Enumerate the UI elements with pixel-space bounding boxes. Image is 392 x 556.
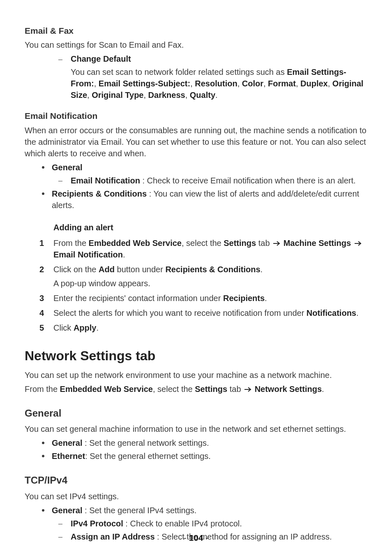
paragraph-network-intro2: From the Embedded Web Service, select th… (25, 383, 367, 395)
dash-item-change-default: Change Default (58, 53, 367, 65)
dash-item-email-notification: Email Notification : Check to receive Em… (58, 175, 367, 186)
step-4: 4 Select the alerts for which you want t… (39, 307, 367, 319)
heading-network-settings-tab: Network Settings tab (25, 347, 367, 365)
paragraph-tcpip-intro: You can set IPv4 settings. (25, 491, 367, 502)
step-2-sub: A pop-up window appears. (53, 278, 367, 289)
label-ipv4-general: General (52, 506, 82, 515)
text-general-net-desc: : Set the general network settings. (82, 438, 209, 447)
step-number: 4 (39, 307, 47, 319)
dash-icon (58, 175, 63, 186)
dash-icon (58, 518, 63, 529)
step-1: 1 From the Embedded Web Service, select … (39, 237, 367, 260)
bullet-icon (42, 509, 44, 512)
bullet-icon (42, 442, 44, 444)
label-ipv4-protocol: IPv4 Protocol (71, 519, 123, 528)
paragraph-email-fax-intro: You can settings for Scan to Email and F… (25, 39, 367, 51)
paragraph-network-intro1: You can set up the network environment t… (25, 369, 367, 381)
heading-email-fax: Email & Fax (25, 25, 367, 37)
bullet-item-general: General (42, 162, 367, 173)
step-5: 5 Click Apply. (39, 322, 367, 334)
label-email-notification: Email Notification (71, 176, 140, 185)
text-ethernet-desc: : Set the general ethernet settings. (85, 452, 211, 461)
text-email-notification-desc: : Check to receive Email notification wh… (140, 176, 356, 185)
arrow-right-icon (273, 241, 280, 246)
heading-adding-alert: Adding an alert (25, 222, 367, 233)
step-3: 3 Enter the recipients' contact informat… (39, 292, 367, 304)
label-ethernet: Ethernet (52, 452, 85, 461)
bullet-item-general-net: General : Set the general network settin… (42, 437, 367, 449)
bullet-icon (42, 192, 44, 195)
text-ipv4-protocol-desc: : Check to enable IPv4 protocol. (123, 519, 242, 528)
label-general-net: General (52, 438, 82, 447)
dash-icon (58, 53, 63, 65)
dash-item-ipv4-protocol: IPv4 Protocol : Check to enable IPv4 pro… (58, 518, 367, 529)
step-number: 5 (39, 322, 47, 334)
bullet-icon (42, 455, 44, 457)
footer-trail: - (203, 533, 209, 542)
step-number: 2 (39, 264, 47, 275)
arrow-right-icon (244, 387, 251, 392)
bullet-icon (42, 166, 44, 169)
heading-general: General (25, 406, 367, 420)
label-general: General (52, 163, 82, 172)
label-change-default: Change Default (71, 54, 131, 63)
arrow-right-icon (354, 241, 362, 246)
text-ipv4-general-desc: : Set the general IPv4 settings. (82, 506, 196, 515)
page-footer: - 104 - (0, 532, 392, 544)
step-number: 1 (39, 237, 47, 249)
bullet-item-ipv4-general: General : Set the general IPv4 settings. (42, 505, 367, 516)
paragraph-email-notif-intro: When an error occurs or the consumables … (25, 125, 367, 159)
page-number: 104 (189, 533, 203, 542)
label-recipients-conditions: Recipients & Conditions (52, 189, 147, 198)
heading-email-notification: Email Notification (25, 110, 367, 122)
paragraph-change-default-body: You can set scan to network folder relat… (25, 66, 367, 101)
heading-tcp-ipv4: TCP/IPv4 (25, 473, 367, 487)
step-number: 3 (39, 292, 47, 304)
step-2: 2 Click on the Add button under Recipien… (39, 264, 367, 289)
bullet-item-recipients-conditions: Recipients & Conditions : You can view t… (42, 188, 367, 211)
paragraph-general-intro: You can set general machine information … (25, 423, 367, 435)
bullet-item-ethernet: Ethernet: Set the general ethernet setti… (42, 450, 367, 462)
footer-dash: - (184, 533, 189, 542)
